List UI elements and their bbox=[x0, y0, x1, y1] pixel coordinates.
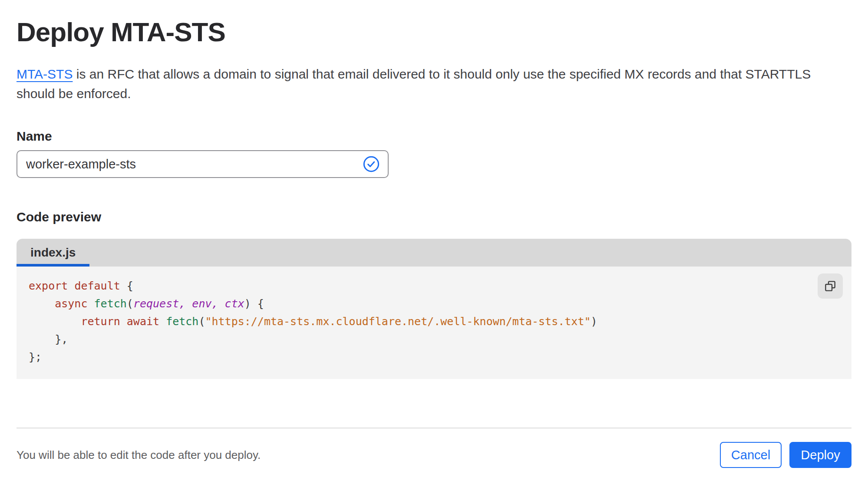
code-token: async bbox=[55, 297, 87, 310]
code-token: default bbox=[74, 280, 120, 292]
copy-code-button[interactable] bbox=[818, 273, 843, 299]
footer-note: You will be able to edit the code after … bbox=[17, 448, 261, 462]
page-title: Deploy MTA-STS bbox=[17, 16, 851, 48]
description: MTA-STS is an RFC that allows a domain t… bbox=[17, 64, 844, 103]
name-label: Name bbox=[17, 128, 851, 144]
name-input[interactable] bbox=[26, 157, 363, 171]
code-tab-bar: index.js bbox=[17, 239, 851, 267]
code-token: }; bbox=[29, 351, 42, 363]
code-token: export bbox=[29, 280, 68, 292]
code-token bbox=[68, 280, 74, 292]
code-token: ) bbox=[591, 315, 597, 328]
copy-icon bbox=[823, 279, 837, 293]
code-token: await bbox=[127, 315, 159, 328]
code-token: fetch bbox=[94, 297, 127, 310]
code-token: fetch bbox=[166, 315, 198, 328]
code-token bbox=[120, 315, 127, 328]
description-text: is an RFC that allows a domain to signal… bbox=[17, 67, 811, 101]
deploy-mta-sts-page: Deploy MTA-STS MTA-STS is an RFC that al… bbox=[0, 16, 868, 494]
deploy-button[interactable]: Deploy bbox=[789, 442, 851, 468]
tab-index-js[interactable]: index.js bbox=[17, 239, 89, 267]
code-token: { bbox=[120, 280, 133, 292]
code-token: }, bbox=[29, 333, 68, 346]
code-token: ) { bbox=[244, 297, 264, 310]
code-token bbox=[29, 315, 81, 328]
code-preview-label: Code preview bbox=[17, 209, 851, 225]
check-circle-icon bbox=[363, 155, 380, 173]
code-preview-panel: index.js export default { async fetch(re… bbox=[17, 239, 851, 379]
code-editor-area: export default { async fetch(request, en… bbox=[17, 267, 851, 379]
footer-divider bbox=[17, 428, 851, 428]
code-token bbox=[87, 297, 94, 310]
mta-sts-link[interactable]: MTA-STS bbox=[17, 67, 73, 81]
code-token: ( bbox=[127, 297, 133, 310]
code-token: ( bbox=[198, 315, 205, 328]
code-token: return bbox=[81, 315, 120, 328]
code-block: export default { async fetch(request, en… bbox=[29, 277, 851, 366]
code-token: "https://mta-sts.mx.cloudflare.net/.well… bbox=[205, 315, 591, 328]
footer: You will be able to edit the code after … bbox=[17, 442, 851, 468]
code-token bbox=[29, 297, 55, 310]
code-token bbox=[159, 315, 166, 328]
tab-label: index.js bbox=[30, 246, 76, 260]
code-token: request, env, ctx bbox=[133, 297, 244, 310]
cancel-button[interactable]: Cancel bbox=[720, 442, 782, 468]
name-input-wrapper bbox=[17, 150, 389, 178]
